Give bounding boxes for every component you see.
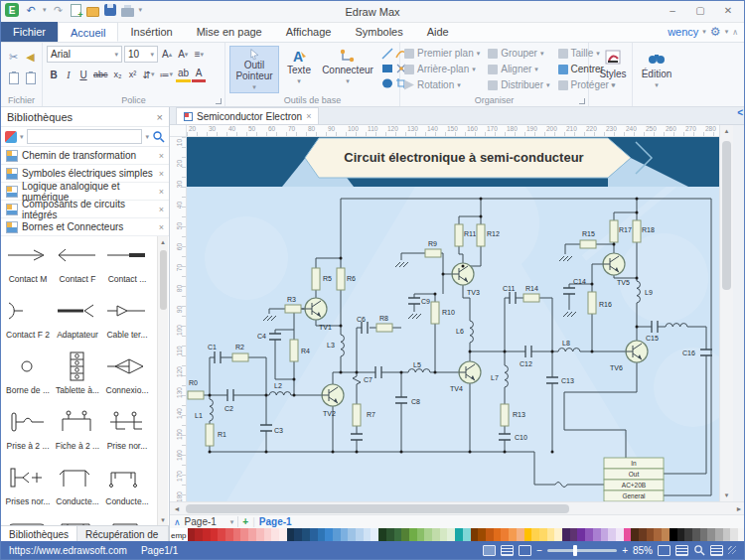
font-color-button[interactable]: A bbox=[192, 67, 206, 82]
underline-button[interactable]: U bbox=[76, 67, 90, 82]
align-button[interactable]: ≡▾ bbox=[192, 47, 206, 63]
zoom-slider-knob[interactable] bbox=[573, 545, 577, 556]
library-item[interactable]: Composants de circuits intégrés× bbox=[1, 201, 169, 218]
font-name-select[interactable]: Arial ▾ bbox=[47, 46, 122, 63]
fit-width-icon[interactable] bbox=[675, 545, 688, 556]
zoom-level[interactable]: 85% bbox=[633, 545, 653, 556]
bullet-list-button[interactable]: ≔▾ bbox=[157, 67, 175, 82]
strikethrough-button[interactable]: abc bbox=[91, 67, 110, 82]
palette-symbol[interactable]: Adaptateur bbox=[53, 296, 102, 351]
collapse-ribbon-icon[interactable]: ∧ bbox=[732, 28, 738, 37]
pointer-tool-button[interactable]: Outil Pointeur ▾ bbox=[229, 46, 279, 93]
rectangle-tool-icon[interactable] bbox=[381, 63, 393, 74]
search-icon[interactable] bbox=[152, 130, 165, 143]
gear-caret-icon[interactable]: ▾ bbox=[725, 28, 729, 36]
italic-button[interactable]: I bbox=[62, 67, 75, 82]
account-caret-icon[interactable]: ▾ bbox=[702, 28, 706, 36]
superscript-button[interactable]: x² bbox=[126, 67, 140, 82]
connector-tool-button[interactable]: Connecteur ▾ bbox=[319, 46, 376, 93]
document-tab[interactable]: Semiconductor Electron × bbox=[176, 107, 319, 124]
library-item[interactable]: Bornes et Connecteurs× bbox=[1, 218, 169, 236]
tab-symboles[interactable]: Symboles bbox=[343, 22, 414, 42]
palette-symbol[interactable]: Contact F bbox=[53, 240, 102, 296]
palette-scroll-up-icon[interactable]: ▴ bbox=[158, 236, 168, 247]
edraw-logo-icon[interactable]: E bbox=[5, 3, 19, 17]
undo-caret-icon[interactable]: ▾ bbox=[43, 6, 47, 14]
pagebar-collapse-icon[interactable]: ∧ bbox=[174, 517, 181, 527]
premier-plan-button[interactable]: Premier plan▾ bbox=[404, 46, 480, 61]
view-presentation-icon[interactable] bbox=[519, 545, 531, 556]
print-icon[interactable] bbox=[121, 8, 134, 17]
edition-button[interactable]: Édition ▾ bbox=[637, 46, 676, 93]
palette-scroll-down-icon[interactable]: ▾ bbox=[158, 514, 168, 525]
palette-symbol[interactable]: Fiche à 2 ... bbox=[53, 407, 102, 463]
palette-symbol[interactable]: Cable ter... bbox=[102, 296, 152, 351]
vscrollbar-thumb[interactable] bbox=[722, 141, 731, 290]
library-item[interactable]: Chemin de transformation× bbox=[1, 147, 169, 165]
save-icon[interactable] bbox=[104, 4, 116, 16]
library-search-input[interactable] bbox=[27, 129, 143, 144]
library-panel-close-icon[interactable]: × bbox=[157, 111, 163, 123]
line-tool-icon[interactable] bbox=[381, 48, 393, 60]
palette-symbol[interactable]: Contact ... bbox=[102, 240, 152, 296]
minimize-button[interactable]: – bbox=[659, 1, 686, 21]
arriere-plan-button[interactable]: Arrière-plan▾ bbox=[404, 62, 480, 76]
zoom-slider[interactable] bbox=[547, 549, 617, 552]
cut-icon[interactable]: ✂ bbox=[9, 51, 18, 64]
library-menu-caret-icon[interactable]: ▾ bbox=[20, 133, 24, 141]
fit-page-icon[interactable] bbox=[658, 545, 670, 556]
view-normal-icon[interactable] bbox=[483, 545, 496, 556]
palette-symbol[interactable]: Contact M bbox=[3, 240, 53, 296]
palette-symbol[interactable]: Conducte... bbox=[53, 463, 102, 518]
palette-symbol[interactable]: Borne de ... bbox=[3, 351, 53, 407]
library-menu-icon[interactable] bbox=[5, 131, 17, 143]
horizontal-scrollbar[interactable]: ◄ ► bbox=[170, 501, 745, 514]
palette-symbol[interactable]: Prise à 2 ... bbox=[3, 407, 53, 463]
library-item-close-icon[interactable]: × bbox=[159, 151, 164, 161]
status-url[interactable]: https://www.edrawsoft.com bbox=[9, 545, 127, 556]
subscript-button[interactable]: x₂ bbox=[111, 67, 125, 82]
search-history-caret-icon[interactable]: ▾ bbox=[145, 133, 149, 141]
vertical-scrollbar[interactable]: ▾ bbox=[719, 137, 733, 501]
tab-accueil[interactable]: Accueil bbox=[58, 22, 118, 42]
tab-affichage[interactable]: Affichage bbox=[274, 22, 344, 42]
tab-aide[interactable]: Aide bbox=[415, 22, 461, 42]
page-tab[interactable]: Page-1 bbox=[259, 516, 292, 527]
zoom-out-button[interactable]: − bbox=[536, 545, 542, 556]
account-name[interactable]: wency bbox=[668, 26, 698, 38]
vscroll-down-icon[interactable]: ▾ bbox=[720, 491, 733, 499]
undo-icon[interactable]: ↶ bbox=[24, 3, 38, 17]
tab-mise-en-page[interactable]: Mise en page bbox=[185, 22, 274, 42]
redo-icon[interactable]: ↷ bbox=[52, 3, 66, 17]
palette-scrollbar-thumb[interactable] bbox=[160, 250, 167, 310]
page-selector[interactable]: Page-1 ▾ bbox=[185, 516, 239, 527]
maximize-button[interactable]: ▢ bbox=[686, 1, 714, 21]
document-tab-close-icon[interactable]: × bbox=[306, 111, 311, 121]
library-item-close-icon[interactable]: × bbox=[159, 169, 164, 179]
highlight-button[interactable]: ab bbox=[176, 67, 191, 82]
shrink-font-button[interactable]: A▾ bbox=[176, 47, 190, 63]
hscrollbar-thumb[interactable] bbox=[186, 504, 569, 513]
resize-grip[interactable] bbox=[728, 546, 736, 554]
line-spacing-button[interactable]: ⇵▾ bbox=[141, 67, 157, 82]
zoom-in-button[interactable]: + bbox=[622, 545, 628, 556]
palette-scrollbar[interactable]: ▴ ▾ bbox=[157, 236, 168, 525]
palette-symbol[interactable] bbox=[3, 518, 53, 525]
vscroll-up-icon[interactable]: ▴ bbox=[719, 125, 733, 137]
palette-symbol[interactable]: Connexio... bbox=[102, 351, 152, 407]
drawing-canvas[interactable]: Circuit électronique à semi-conducteur R… bbox=[187, 137, 719, 501]
palette-symbol[interactable]: Conducte... bbox=[102, 463, 152, 518]
styles-button[interactable]: Styles ▾ bbox=[593, 46, 633, 93]
font-size-select[interactable]: 10 ▾ bbox=[124, 46, 158, 63]
paste-icon[interactable] bbox=[9, 72, 19, 84]
palette-symbol[interactable]: Contact F 2 bbox=[3, 296, 53, 351]
distribuer-button[interactable]: Distribuer▾ bbox=[488, 77, 549, 92]
add-page-button[interactable]: + bbox=[242, 516, 248, 527]
library-item-close-icon[interactable]: × bbox=[159, 187, 164, 197]
qat-more-icon[interactable]: ▾ bbox=[139, 6, 143, 14]
text-tool-button[interactable]: A Texte ▾ bbox=[281, 46, 317, 93]
aligner-button[interactable]: Aligner▾ bbox=[488, 62, 549, 76]
palette-symbol[interactable]: Tablette à... bbox=[53, 351, 102, 407]
gear-icon[interactable]: ⚙ bbox=[710, 25, 721, 39]
palette-symbol[interactable]: Prise nor... bbox=[102, 407, 152, 463]
